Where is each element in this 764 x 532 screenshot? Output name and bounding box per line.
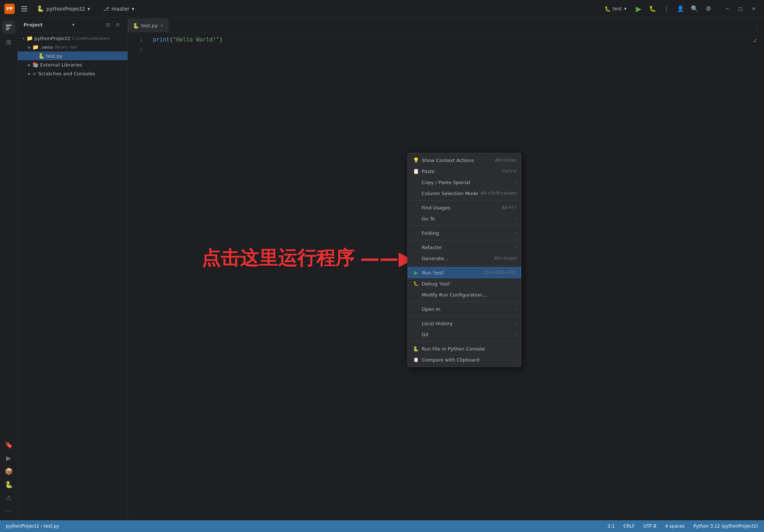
cm-item-modify-run-config[interactable]: Modify Run Configuration...	[408, 289, 521, 300]
cm-shortcut-generate: Alt+Insert	[494, 256, 517, 261]
keyword-print: print	[153, 35, 169, 45]
file-tree: ▾ 📁 pythonProject2 C:\code\code\learn ▶ …	[18, 32, 128, 520]
cm-icon-run-file-python: 🐍	[412, 346, 420, 352]
sidebar-icon-bookmarks[interactable]: 🔖	[2, 438, 15, 451]
code-valid-checkmark: ✓	[753, 37, 758, 44]
cm-arrow-git: ›	[515, 332, 517, 337]
cm-item-run-test[interactable]: ▶ Run 'test' Ctrl+Shift+F10	[408, 267, 521, 278]
cm-label-paste: Paste	[422, 169, 502, 174]
account-button[interactable]: 👤	[675, 3, 686, 14]
cm-shortcut-show-context: Alt+Enter	[495, 158, 517, 163]
editor-gutter: 1 2	[128, 32, 147, 54]
statusbar-indent[interactable]: 4 spaces	[664, 524, 686, 529]
cm-label-copy-paste-special: Copy / Paste Special	[422, 180, 513, 185]
titlebar: PP 🐍 pythonProject2 ▾ ⎇ master ▾ 🐛 test …	[0, 0, 764, 18]
project-selector[interactable]: 🐍 pythonProject2 ▾	[34, 4, 93, 14]
cm-label-local-history: Local History	[422, 321, 513, 326]
tab-close-button[interactable]: ✕	[160, 23, 164, 28]
cm-label-run-file-python: Run File in Python Console	[422, 346, 517, 352]
cm-item-column-selection[interactable]: Column Selection Mode Alt+Shift+Insert	[408, 188, 521, 199]
code-line-1: print("Hello World!")	[153, 35, 223, 45]
cm-item-local-history[interactable]: Local History ›	[408, 318, 521, 329]
editor-tab-testpy[interactable]: 🐍 test.py ✕	[128, 19, 168, 32]
hamburger-menu[interactable]	[19, 4, 29, 14]
cm-item-copy-paste-special[interactable]: Copy / Paste Special ›	[408, 177, 521, 188]
app-logo: PP	[4, 4, 15, 14]
statusbar-line-ending[interactable]: CRLF	[622, 524, 636, 529]
svg-rect-3	[6, 29, 9, 30]
statusbar-encoding[interactable]: UTF-8	[642, 524, 658, 529]
minimize-button[interactable]: ─	[721, 4, 733, 14]
cm-arrow-copy-paste-special: ›	[515, 180, 517, 185]
tree-item-root[interactable]: ▾ 📁 pythonProject2 C:\code\code\learn	[18, 34, 128, 43]
cm-label-show-context: Show Context Actions	[422, 158, 495, 163]
run-button[interactable]: ▶	[633, 3, 644, 14]
tree-label-venv-suffix: library root	[55, 45, 77, 50]
collapse-all-button[interactable]: ⊟	[104, 21, 112, 29]
cm-label-find-usages: Find Usages	[422, 205, 501, 211]
sidebar-icons: ⊞ 🔖 ▶ 📦 🐍 ⚠ ⋯	[0, 18, 18, 520]
cm-label-compare-clipboard: Compare with Clipboard	[422, 357, 517, 363]
tree-item-scratches[interactable]: ▶ ≡ Scratches and Consoles	[18, 69, 128, 78]
python-file-icon-testpy: 🐍	[38, 53, 44, 59]
cm-item-debug-test[interactable]: 🐛 Debug 'test'	[408, 278, 521, 289]
annotation-text: 点击这里运行程序	[201, 245, 354, 271]
cm-label-generate: Generate...	[422, 256, 494, 261]
sidebar-icon-structure[interactable]: ⊞	[2, 35, 15, 48]
tree-path-root: C:\code\code\learn	[72, 36, 110, 41]
close-button[interactable]: ✕	[748, 4, 760, 14]
sidebar-icon-more[interactable]: ⋯	[2, 504, 15, 517]
branch-selector[interactable]: ⎇ master ▾	[100, 4, 138, 13]
svg-rect-1	[6, 26, 10, 27]
sidebar-icon-python-console[interactable]: 🐍	[2, 478, 15, 491]
more-actions-button[interactable]: ⋮	[661, 3, 672, 14]
cm-icon-debug-test: 🐛	[412, 281, 420, 286]
tabs-more-button[interactable]: ⋮	[753, 24, 761, 32]
statusbar-python-version[interactable]: Python 3.12 (pythonProject2)	[692, 524, 760, 529]
branch-label: master	[111, 6, 129, 12]
line-number-1: 1	[128, 35, 143, 45]
tree-item-external-libs[interactable]: ▶ 📚 External Libraries	[18, 60, 128, 69]
context-menu: 💡 Show Context Actions Alt+Enter 📋 Paste…	[407, 153, 521, 367]
cm-separator-7	[408, 341, 521, 342]
branch-icon: ⎇	[103, 6, 109, 12]
cm-item-paste[interactable]: 📋 Paste Ctrl+V	[408, 166, 521, 177]
cm-arrow-local-history: ›	[515, 321, 517, 326]
tree-item-venv[interactable]: ▶ 📁 .venv library root	[18, 43, 128, 51]
svg-rect-0	[6, 25, 12, 26]
run-config-selector[interactable]: 🐛 test ▾	[601, 4, 631, 13]
cm-label-debug-test: Debug 'test'	[422, 281, 517, 287]
editor-area: 🐍 test.py ✕ ⋮ 1 2 print("Hello World!") …	[128, 18, 764, 520]
cm-shortcut-find-usages: Alt+F7	[501, 205, 517, 210]
cm-separator-6	[408, 316, 521, 316]
tree-item-testpy[interactable]: 🐍 test.py	[18, 51, 128, 60]
sidebar-icon-problems[interactable]: ⚠	[2, 491, 15, 504]
cm-separator-3	[408, 240, 521, 240]
settings-gear-button[interactable]: ⚙	[114, 21, 122, 29]
tabs-actions: ⋮	[753, 24, 764, 32]
sidebar-icon-packages[interactable]: 📦	[2, 464, 15, 478]
expand-arrow-scratches: ▶	[26, 72, 32, 76]
sidebar-icon-run[interactable]: ▶	[2, 451, 15, 464]
cm-item-refactor[interactable]: Refactor ›	[408, 242, 521, 253]
settings-button[interactable]: ⚙	[703, 3, 714, 14]
maximize-button[interactable]: □	[735, 4, 746, 14]
cm-item-generate[interactable]: Generate... Alt+Insert	[408, 253, 521, 264]
cm-item-compare-clipboard[interactable]: 📋 Compare with Clipboard	[408, 354, 521, 365]
statusbar-breadcrumb[interactable]: pythonProject2 › test.py	[4, 524, 61, 529]
cm-item-git[interactable]: Git ›	[408, 329, 521, 340]
sidebar-icon-project[interactable]	[2, 21, 15, 34]
tree-label-root: pythonProject2	[34, 36, 70, 41]
cm-item-show-context-actions[interactable]: 💡 Show Context Actions Alt+Enter	[408, 155, 521, 166]
project-dropdown-icon: ▾	[88, 6, 90, 12]
search-button[interactable]: 🔍	[689, 3, 700, 14]
cm-item-open-in[interactable]: Open In ›	[408, 303, 521, 314]
cm-item-go-to[interactable]: Go To ›	[408, 213, 521, 224]
cm-item-folding[interactable]: Folding ›	[408, 227, 521, 238]
cm-item-find-usages[interactable]: Find Usages Alt+F7	[408, 202, 521, 213]
tab-python-icon: 🐍	[133, 23, 139, 29]
statusbar-position[interactable]: 2:1	[606, 524, 616, 529]
paren-close: )	[219, 35, 223, 45]
debug-button[interactable]: 🐛	[647, 3, 658, 14]
cm-item-run-file-python[interactable]: 🐍 Run File in Python Console	[408, 343, 521, 354]
